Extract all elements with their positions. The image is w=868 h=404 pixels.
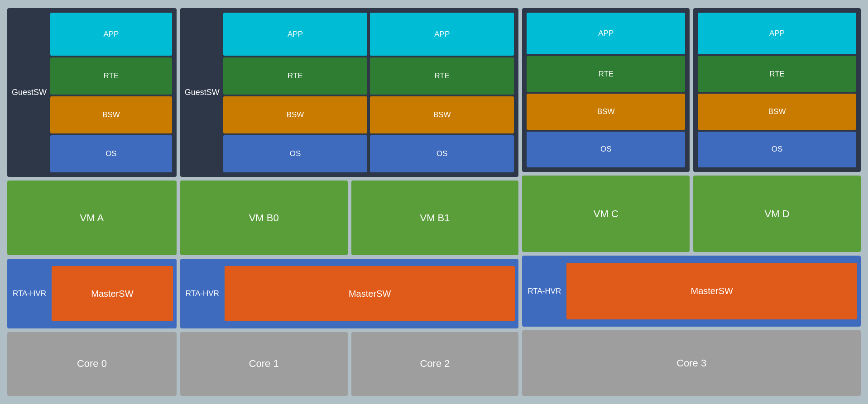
layer-os-d: OS (698, 132, 856, 167)
guestsw-d-stacks: APP RTE BSW OS (698, 13, 856, 167)
stack-b0: APP RTE BSW OS (223, 13, 367, 172)
hvr-b: RTA-HVR MasterSW (180, 259, 519, 328)
layer-os-b1: OS (370, 135, 514, 172)
layer-rte-c: RTE (527, 56, 685, 92)
layer-app-a: APP (50, 13, 172, 56)
hvr-c-label: RTA-HVR (522, 287, 566, 296)
mastersw-b: MasterSW (225, 266, 515, 322)
layer-rte-d: RTE (698, 56, 856, 92)
core-1: Core 1 (180, 332, 348, 396)
layer-bsw-b1: BSW (370, 96, 514, 133)
guestsw-cd-row: APP RTE BSW OS APP RTE BSW (522, 8, 861, 172)
core-2: Core 2 (351, 332, 519, 396)
guestsw-b-stacks: APP RTE BSW OS APP RTE BSW OS (223, 13, 514, 172)
guestsw-c-stacks: APP RTE BSW OS (527, 13, 685, 167)
hvr-c: RTA-HVR MasterSW (522, 256, 861, 327)
layer-bsw-c: BSW (527, 94, 685, 129)
stack-b1: APP RTE BSW OS (370, 13, 514, 172)
guestsw-c: APP RTE BSW OS (522, 8, 690, 172)
core12-group: GuestSW APP RTE BSW OS APP RTE BSW OS (180, 8, 519, 396)
diagram: GuestSW APP RTE BSW OS VM A RTA-HVR Mast… (0, 0, 868, 404)
layer-bsw-b0: BSW (223, 96, 367, 133)
vm-b-row: VM B0 VM B1 (180, 181, 519, 255)
layer-app-d: APP (698, 13, 856, 54)
guestsw-a-label: GuestSW (12, 13, 50, 172)
vm-a: VM A (7, 181, 177, 255)
vm-d: VM D (693, 176, 861, 252)
hvr-a: RTA-HVR MasterSW (7, 259, 177, 328)
layer-rte-b1: RTE (370, 57, 514, 95)
stack-d: APP RTE BSW OS (698, 13, 856, 167)
mastersw-c: MasterSW (566, 263, 857, 320)
core0-group: GuestSW APP RTE BSW OS VM A RTA-HVR Mast… (7, 8, 177, 396)
layer-app-b0: APP (223, 13, 367, 56)
layer-os-b0: OS (223, 135, 367, 172)
vm-cd-row: VM C VM D (522, 176, 861, 252)
sub-col-d: APP RTE BSW OS (693, 8, 861, 172)
guestsw-d: APP RTE BSW OS (693, 8, 861, 172)
layer-bsw-d: BSW (698, 94, 856, 129)
layer-os-a: OS (50, 135, 172, 172)
core3-group: APP RTE BSW OS APP RTE BSW (522, 8, 861, 396)
layer-os-c: OS (527, 132, 685, 167)
mastersw-a: MasterSW (52, 266, 173, 322)
stack-a: APP RTE BSW OS (50, 13, 172, 172)
guestsw-a: GuestSW APP RTE BSW OS (7, 8, 177, 177)
layer-rte-b0: RTE (223, 57, 367, 95)
guestsw-b-label: GuestSW (185, 13, 223, 172)
layer-app-c: APP (527, 13, 685, 54)
layer-rte-a: RTE (50, 57, 172, 95)
guestsw-a-stacks: APP RTE BSW OS (50, 13, 172, 172)
vm-b0: VM B0 (180, 181, 348, 255)
vm-b1: VM B1 (351, 181, 519, 255)
layer-bsw-a: BSW (50, 96, 172, 133)
hvr-a-label: RTA-HVR (7, 289, 52, 298)
core-0: Core 0 (7, 332, 177, 396)
sub-col-c: APP RTE BSW OS (522, 8, 690, 172)
stack-c: APP RTE BSW OS (527, 13, 685, 167)
core-12-row: Core 1 Core 2 (180, 332, 519, 396)
vm-c: VM C (522, 176, 690, 252)
hvr-b-label: RTA-HVR (180, 289, 225, 298)
layer-app-b1: APP (370, 13, 514, 56)
guestsw-b: GuestSW APP RTE BSW OS APP RTE BSW OS (180, 8, 519, 177)
core-3: Core 3 (522, 330, 861, 396)
